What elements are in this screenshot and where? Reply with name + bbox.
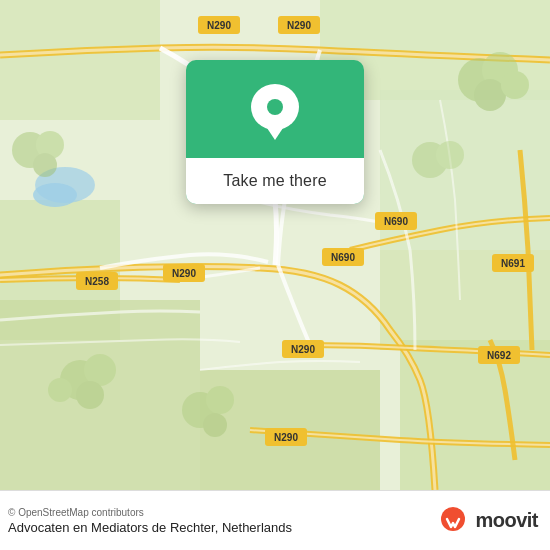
svg-rect-7 [400,340,550,490]
moovit-logo: moovit [437,505,538,537]
popup-card: Take me there [186,60,364,204]
svg-text:N690: N690 [384,216,408,227]
map-container: N290 N290 N290 N290 N290 N258 N690 N690 … [0,0,550,490]
bottom-left: © OpenStreetMap contributors Advocaten e… [8,507,292,535]
svg-point-42 [76,381,104,409]
location-pin [251,84,299,140]
svg-text:N692: N692 [487,350,511,361]
svg-text:N290: N290 [207,20,231,31]
location-name: Advocaten en Mediators de Rechter, Nethe… [8,520,292,535]
moovit-text: moovit [475,509,538,532]
svg-point-43 [48,378,72,402]
pin-circle-outer [251,84,299,130]
svg-point-10 [33,183,77,207]
take-me-there-button[interactable]: Take me there [186,158,364,204]
svg-point-39 [436,141,464,169]
svg-point-33 [33,153,57,177]
svg-text:N258: N258 [85,276,109,287]
svg-point-47 [441,507,465,531]
svg-point-46 [203,413,227,437]
svg-point-45 [206,386,234,414]
copyright-text: © OpenStreetMap contributors [8,507,292,518]
popup-icon-area [186,60,364,158]
bottom-bar: © OpenStreetMap contributors Advocaten e… [0,490,550,550]
svg-text:N290: N290 [291,344,315,355]
pin-circle-inner [267,99,283,115]
svg-text:N290: N290 [287,20,311,31]
svg-text:N690: N690 [331,252,355,263]
svg-rect-1 [0,0,160,120]
svg-text:N290: N290 [172,268,196,279]
svg-point-37 [501,71,529,99]
moovit-icon [437,505,469,537]
svg-text:N290: N290 [274,432,298,443]
svg-text:N691: N691 [501,258,525,269]
